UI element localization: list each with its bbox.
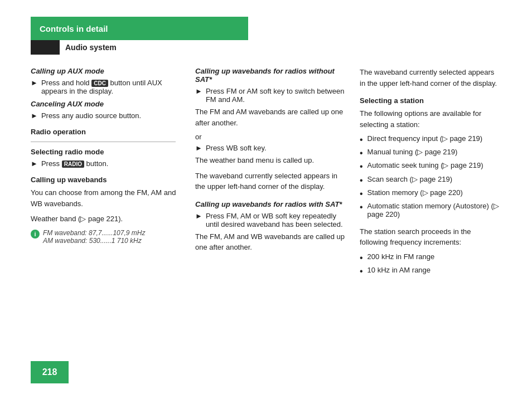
page-number-box: 218 — [31, 361, 69, 383]
option-text: Direct frequency input (▷ page 219) — [367, 134, 483, 143]
audio-system-label: Audio system — [65, 43, 117, 52]
sat-text: The FM, AM and WB wavebands are called u… — [195, 231, 349, 253]
canceling-aux-mode-section: Canceling AUX mode ► Press any audio sou… — [31, 100, 184, 120]
press-wb-text: Press WB soft key. — [206, 144, 267, 152]
calling-wavebands-text: You can choose from among the FM, AM and… — [31, 187, 184, 209]
dot-icon: • — [360, 252, 363, 263]
page-number: 218 — [42, 367, 57, 377]
footer: 218 — [31, 361, 69, 383]
calling-aux-mode-section: Calling up AUX mode ► Press and hold CDC… — [31, 67, 184, 95]
selecting-station-section: Selecting a station The following option… — [360, 96, 499, 276]
info-icon: i — [31, 230, 40, 239]
calling-wavebands-no-sat-section: Calling up wavebands for radios without … — [195, 67, 349, 192]
selecting-radio-text: Press RADIO button. — [41, 159, 108, 168]
option-item: •Scan search (▷ page 219) — [360, 175, 499, 186]
calling-aux-step: ► Press and hold CDC button until AUX ap… — [31, 79, 184, 95]
calling-aux-text: Press and hold CDC button until AUX appe… — [41, 79, 184, 95]
arrow-icon-4: ► — [195, 87, 202, 95]
option-item: •Direct frequency input (▷ page 219) — [360, 134, 499, 145]
option-text: Scan search (▷ page 219) — [367, 175, 452, 183]
black-accent-bar — [31, 40, 60, 55]
sat-step: ► Press FM, AM or WB soft key repeatedly… — [195, 212, 349, 228]
arrow-icon-3: ► — [31, 159, 38, 168]
dot-icon: • — [360, 134, 363, 145]
arrow-icon: ► — [31, 79, 38, 87]
info-block: i FM waveband: 87,7......107,9 mHz AM wa… — [31, 229, 184, 245]
calling-wavebands-section: Calling up wavebands You can choose from… — [31, 176, 184, 225]
dot-icon: • — [360, 148, 363, 158]
calling-wavebands-no-sat-heading: Calling up wavebands for radios without … — [195, 67, 349, 84]
increment-item: •200 kHz in FM range — [360, 252, 499, 263]
no-sat-text: The FM and AM wavebands are called up on… — [195, 106, 349, 128]
cdc-badge: CDC — [91, 80, 108, 87]
options-list: •Direct frequency input (▷ page 219)•Man… — [360, 134, 499, 218]
dot-icon: • — [360, 161, 363, 172]
no-sat-step-text: Press FM or AM soft key to switch betwee… — [206, 87, 349, 104]
radio-op-heading: Radio operation — [31, 128, 184, 136]
calling-wavebands-heading: Calling up wavebands — [31, 176, 184, 184]
waveband-selected-right: The waveband currently selected appears … — [360, 67, 499, 89]
canceling-aux-text: Press any audio source button. — [41, 111, 141, 120]
selecting-station-text: The following options are available for … — [360, 108, 499, 130]
option-text: Automatic station memory (Autostore) (▷ … — [367, 202, 499, 218]
divider — [31, 142, 176, 142]
option-text: Automatic seek tuning (▷ page 219) — [367, 161, 483, 169]
no-sat-step: ► Press FM or AM soft key to switch betw… — [195, 87, 349, 104]
increment-item: •10 kHz in AM range — [360, 266, 499, 276]
option-text: Manual tuning (▷ page 219) — [367, 148, 458, 156]
info-text-block: FM waveband: 87,7......107,9 mHz AM wave… — [43, 229, 145, 245]
radio-operation-section: Radio operation — [31, 128, 184, 142]
radio-badge: RADIO — [62, 160, 84, 168]
option-item: •Manual tuning (▷ page 219) — [360, 148, 499, 158]
section-title-bar: Audio system — [31, 40, 532, 55]
right-column: The waveband currently selected appears … — [360, 67, 499, 279]
middle-column: Calling up wavebands for radios without … — [195, 67, 360, 279]
weather-band-menu-text: The weather band menu is called up. — [195, 155, 349, 166]
option-text: Station memory (▷ page 220) — [367, 188, 463, 197]
controls-in-detail-header: Controls in detail — [31, 17, 248, 40]
search-text: The station search proceeds in the follo… — [360, 226, 499, 248]
dot-icon: • — [360, 188, 363, 199]
sat-step-text: Press FM, AM or WB soft key repeatedly u… — [206, 212, 349, 228]
main-content: Calling up AUX mode ► Press and hold CDC… — [31, 67, 532, 279]
selecting-station-heading: Selecting a station — [360, 96, 499, 105]
press-wb-step: ► Press WB soft key. — [195, 144, 349, 152]
option-item: •Station memory (▷ page 220) — [360, 188, 499, 199]
option-item: •Automatic station memory (Autostore) (▷… — [360, 202, 499, 218]
selecting-radio-mode-section: Selecting radio mode ► Press RADIO butto… — [31, 148, 184, 168]
canceling-aux-heading: Canceling AUX mode — [31, 100, 184, 108]
calling-wavebands-sat-heading: Calling up wavebands for radios with SAT… — [195, 200, 349, 208]
calling-aux-heading: Calling up AUX mode — [31, 67, 184, 75]
header-title: Controls in detail — [40, 24, 108, 33]
canceling-aux-step: ► Press any audio source button. — [31, 111, 184, 120]
option-item: •Automatic seek tuning (▷ page 219) — [360, 161, 499, 172]
selecting-radio-heading: Selecting radio mode — [31, 148, 184, 156]
dot-icon: • — [360, 202, 363, 212]
increments-list: •200 kHz in FM range•10 kHz in AM range — [360, 252, 499, 276]
arrow-icon-5: ► — [195, 144, 202, 152]
arrow-icon-6: ► — [195, 212, 202, 220]
info-fm: FM waveband: 87,7......107,9 mHz — [43, 229, 145, 237]
selecting-radio-step: ► Press RADIO button. — [31, 159, 184, 168]
dot-icon: • — [360, 175, 363, 186]
left-column: Calling up AUX mode ► Press and hold CDC… — [31, 67, 195, 279]
info-am: AM waveband: 530......1 710 kHz — [43, 237, 145, 245]
or-text: or — [195, 133, 349, 141]
weather-band-text: Weather band (▷ page 221). — [31, 213, 184, 225]
increment-text: 200 kHz in FM range — [367, 252, 435, 261]
waveband-selected-mid: The waveband currently selected appears … — [195, 171, 349, 192]
dot-icon: • — [360, 266, 363, 276]
calling-wavebands-sat-section: Calling up wavebands for radios with SAT… — [195, 200, 349, 253]
increment-text: 10 kHz in AM range — [367, 266, 431, 274]
arrow-icon-2: ► — [31, 111, 38, 120]
